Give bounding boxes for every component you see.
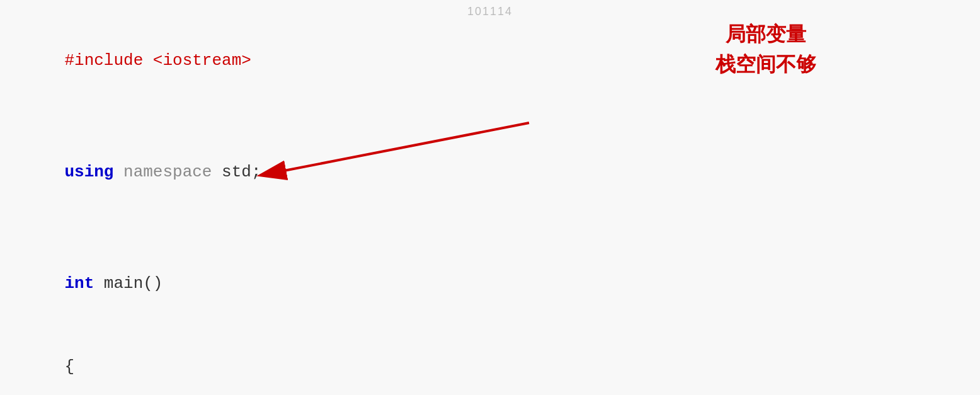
namespace-text: namespace — [113, 163, 222, 181]
int-keyword-main: int — [64, 274, 94, 293]
using-keyword: using — [64, 163, 113, 181]
watermark: 101114 — [467, 5, 513, 18]
code-line-using: using namespace std; — [25, 130, 955, 214]
std-text: std; — [222, 163, 261, 181]
code-line-main: int main() — [25, 242, 955, 326]
code-area: 101114 #include <iostream> using namespa… — [0, 0, 980, 395]
include-text: #include <iostream> — [64, 51, 251, 70]
main-text: main() — [94, 274, 162, 293]
code-line-brace-open: { — [25, 325, 955, 395]
code-line-blank1 — [25, 103, 955, 130]
open-brace: { — [64, 357, 74, 376]
code-line-blank2 — [25, 214, 955, 241]
top-annotation: 局部变量 栈空间不够 — [715, 19, 816, 79]
